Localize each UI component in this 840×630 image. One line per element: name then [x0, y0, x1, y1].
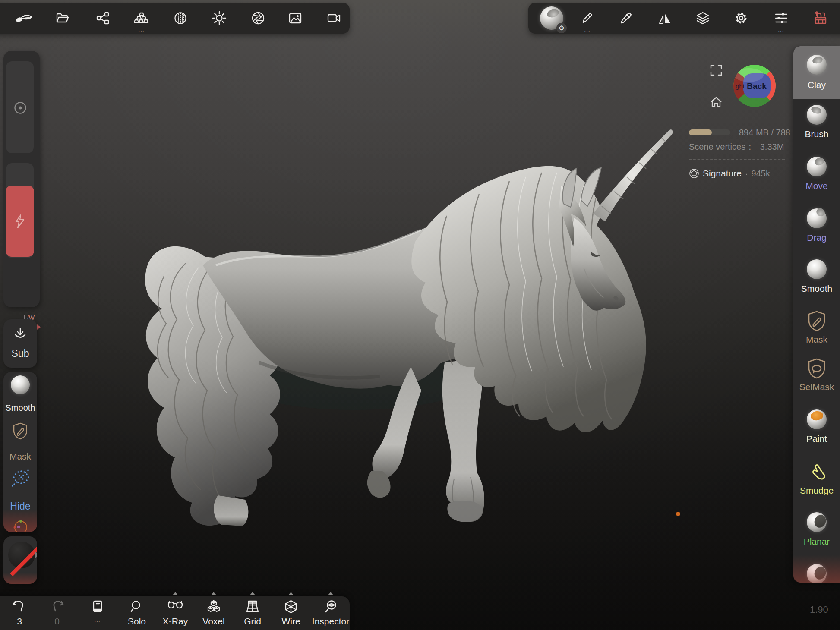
app-window: … [0, 0, 840, 630]
symmetry-button[interactable] [649, 3, 680, 34]
navball-front-face-label: Back [747, 82, 767, 91]
toolbar-bottom: 3 0 … Solo [0, 596, 350, 630]
sliders-icon [774, 11, 788, 25]
postprocess-button[interactable] [243, 3, 274, 34]
notebook-icon [92, 600, 104, 614]
grid-button[interactable]: Grid [235, 596, 270, 630]
node-graph-icon [96, 11, 110, 25]
matcap-button[interactable] [165, 3, 196, 34]
pencil-icon [581, 12, 594, 25]
material-sphere-icon: ⚙ [540, 6, 563, 30]
image-icon [288, 11, 302, 25]
settings-button[interactable] [726, 3, 757, 34]
tool-clay[interactable]: Clay [793, 46, 840, 99]
video-camera-icon [327, 11, 341, 25]
nomad-logo-button[interactable] [9, 3, 40, 34]
fullscreen-icon[interactable] [710, 64, 722, 76]
gizmo-partial-icon[interactable] [13, 519, 28, 532]
visibility-sphere-panel[interactable] [3, 536, 37, 584]
stroke-button[interactable]: … [572, 3, 603, 34]
scene-graph-button[interactable] [87, 3, 118, 34]
tool-label: Smudge [793, 485, 840, 496]
paint-sphere-icon [807, 410, 827, 429]
background-image-button[interactable] [280, 3, 311, 34]
voxel-label: Voxel [202, 616, 224, 627]
sym-expand-chevron[interactable] [37, 324, 41, 330]
smooth-quick-button[interactable] [11, 375, 30, 394]
undo-count: 3 [17, 616, 22, 627]
tool-label: Paint [793, 434, 840, 444]
dyntopo-button[interactable] [6, 186, 34, 257]
solo-button[interactable]: Solo [120, 596, 154, 630]
primitives-button[interactable]: … [126, 3, 157, 34]
tool-sidebar: Clay Brush Move Drag Smooth Mask [793, 46, 840, 583]
inspector-button[interactable]: Inspector [313, 596, 348, 630]
history-button[interactable]: … [80, 596, 115, 630]
unicorn-sculpt-model [125, 99, 695, 544]
planar-sphere-icon [807, 512, 827, 532]
navigation-ball[interactable]: ght Back [733, 64, 777, 108]
hud-separator [689, 159, 785, 160]
tool-planar[interactable]: Planar [793, 506, 840, 554]
xray-button[interactable]: X-Ray [158, 596, 193, 630]
tool-smudge[interactable]: Smudge [793, 455, 840, 504]
clay-sphere-icon [807, 55, 827, 75]
tool-label: Brush [793, 129, 840, 139]
hidden-sphere-icon [8, 542, 35, 568]
files-button[interactable] [47, 3, 78, 34]
swipe-hint-triangle [250, 592, 255, 595]
primitives-pyramid-icon [134, 12, 149, 25]
sub-label: Sub [3, 348, 37, 359]
wire-button[interactable]: Wire [274, 596, 308, 630]
sun-icon [212, 11, 227, 25]
layers-button[interactable] [687, 3, 718, 34]
wire-label: Wire [281, 616, 300, 627]
swipe-hint-triangle [173, 592, 178, 595]
camera-button[interactable] [319, 3, 350, 34]
tool-smooth[interactable]: Smooth [793, 253, 840, 302]
more-indicator: … [778, 26, 785, 33]
lighting-button[interactable] [204, 3, 235, 34]
swipe-hint-triangle [328, 592, 333, 595]
tool-label: SelMask [793, 382, 840, 392]
swipe-hint-triangle [288, 592, 294, 595]
sub-panel[interactable]: Sub [3, 319, 37, 368]
hide-dotted-icon[interactable] [11, 468, 31, 487]
stroke-mode-group[interactable] [6, 61, 34, 153]
hide-label[interactable]: Hide [3, 501, 37, 512]
viewport-canvas[interactable] [0, 0, 840, 630]
tool-mask[interactable]: Mask [793, 304, 840, 353]
voxel-button[interactable]: Voxel [196, 596, 231, 630]
signature-value: 945k [752, 169, 770, 179]
tool-brush[interactable]: Brush [793, 99, 840, 147]
signature-label: Signature [703, 168, 742, 179]
paint-brush-icon [619, 11, 633, 25]
material-button[interactable]: ⚙ [534, 3, 569, 34]
mask-label[interactable]: Mask [3, 451, 37, 462]
brush-sphere-icon [807, 105, 827, 125]
tool-label: Smooth [793, 284, 840, 294]
xray-label: X-Ray [163, 616, 188, 627]
paint-tools-button[interactable] [610, 3, 641, 34]
home-view-icon[interactable] [710, 96, 723, 109]
interface-button[interactable]: … [766, 3, 797, 34]
mask-quick-icon[interactable] [12, 422, 28, 440]
more-indicator: … [138, 26, 145, 33]
tool-label: Drag [793, 233, 840, 243]
scene-vertices-value: 3.33M [760, 142, 784, 151]
redo-icon [50, 600, 64, 613]
panel-expand-chevron[interactable] [35, 552, 37, 558]
smooth-label[interactable]: Smooth [3, 403, 37, 413]
tool-paint[interactable]: Paint [793, 403, 840, 452]
toolbox-button[interactable] [805, 3, 836, 34]
tool-move[interactable]: Move [793, 151, 840, 199]
folder-icon [55, 11, 69, 25]
signature-separator: · [745, 169, 748, 179]
tool-next-partial[interactable] [793, 558, 840, 583]
tool-drag[interactable]: Drag [793, 202, 840, 251]
redo-button[interactable]: 0 [40, 596, 74, 630]
tool-selmask[interactable]: SelMask [793, 352, 840, 400]
redo-count: 0 [54, 616, 60, 627]
grid-icon [245, 600, 260, 613]
undo-button[interactable]: 3 [2, 596, 37, 630]
